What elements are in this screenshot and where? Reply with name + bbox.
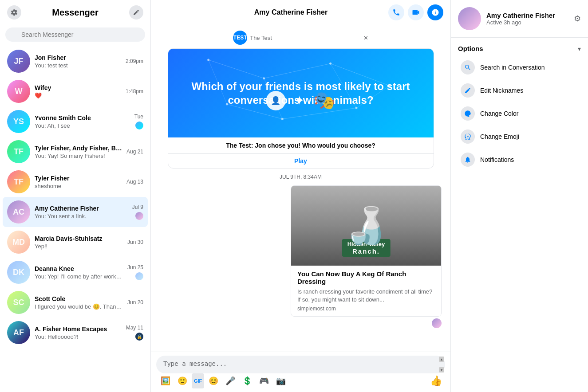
chat-messages: TEST The Test ✕ — [151, 25, 450, 352]
conv-name: Yvonne Smith Cole — [35, 114, 130, 122]
conv-info: A. Fisher Home Escapes You: Hellooooo?! — [35, 325, 122, 340]
rp-search-option[interactable]: Search in Conversation — [454, 56, 585, 79]
conv-time: Jun 25 — [127, 264, 143, 270]
conv-item-amy[interactable]: AC Amy Catherine Fisher You: You sent a … — [3, 197, 148, 227]
search-input[interactable] — [5, 27, 145, 42]
gif-button[interactable]: GIF — [192, 373, 204, 388]
camera-button[interactable]: 📷 — [273, 373, 288, 388]
rp-section-title: Options — [458, 45, 483, 52]
conv-item-yvonne[interactable]: YS Yvonne Smith Cole You: Ah, I see Tue — [3, 106, 148, 137]
like-send-button[interactable]: 👍 — [428, 373, 443, 388]
conv-preview: ❤️ — [35, 92, 121, 99]
conv-name: Tyler Fisher — [35, 175, 122, 182]
conv-avatar: JF — [7, 50, 30, 73]
conv-avatar: W — [7, 80, 30, 103]
link-card[interactable]: 🍶 Hidden ValleyRanch. You Can Now Buy A … — [291, 185, 442, 317]
rp-nicknames-label: Edit Nicknames — [480, 87, 523, 94]
conv-item-tyler[interactable]: TF Tyler Fisher sheshome Aug 13 — [3, 167, 148, 197]
svg-point-9 — [207, 59, 209, 61]
emoji-button[interactable]: 😊 — [206, 373, 221, 388]
sender-avatar-thumb — [432, 318, 442, 328]
conv-info: Scott Cole I figured you would be 😊. Tha… — [35, 295, 123, 310]
conv-info: Amy Catherine Fisher You: You sent a lin… — [35, 205, 128, 220]
rp-gear-button[interactable]: ⚙ — [574, 14, 581, 24]
conv-time: Aug 13 — [126, 179, 143, 185]
call-button[interactable] — [388, 4, 404, 20]
test-card[interactable]: Which of your friends is most likely to … — [168, 48, 434, 169]
conv-item-deanna[interactable]: DK Deanna Knee You: Yep! I'll come by af… — [3, 257, 148, 287]
conv-meta: 2:09pm — [126, 58, 143, 64]
test-card-bubble: Which of your friends is most likely to … — [168, 48, 434, 169]
mic-button[interactable]: 🎤 — [223, 373, 238, 388]
link-card-body: You Can Now Buy A Keg Of Ranch Dressing … — [291, 266, 441, 316]
test-sender-name: The Test — [250, 35, 272, 41]
chat-main: Amy Catherine Fisher TEST The Test ✕ — [151, 0, 450, 392]
search-option-icon — [461, 60, 475, 74]
conv-meta: Jun 30 — [127, 239, 143, 245]
compose-button[interactable] — [129, 5, 143, 20]
sticker-button[interactable]: 🙂 — [175, 373, 190, 388]
conv-item-tyler-group[interactable]: TF Tyler Fisher, Andy Fisher, Be... You:… — [3, 137, 148, 167]
test-card-footer: The Test: Jon chose you! Who would you c… — [168, 137, 434, 154]
conv-item-scott[interactable]: SC Scott Cole I figured you would be 😊. … — [3, 287, 148, 318]
conv-avatar: AF — [7, 321, 30, 344]
test-card-play-button[interactable]: Play — [168, 154, 434, 168]
payment-button[interactable]: 💲 — [240, 373, 255, 388]
rp-emoji-option[interactable]: Change Emoji — [454, 125, 585, 148]
rp-info: Amy Catherine Fisher Active 3h ago — [486, 12, 568, 26]
conv-item-jon[interactable]: JF Jon Fisher You: test test 2:09pm — [3, 46, 148, 76]
toolbar-icons: 🖼️ 🙂 GIF 😊 🎤 💲 🎮 📷 — [158, 373, 288, 388]
test-avatar: TEST — [233, 31, 247, 45]
link-card-desc: Is ranch dressing your favorite condimen… — [297, 288, 435, 304]
rp-status: Active 3h ago — [486, 19, 568, 26]
video-button[interactable] — [408, 4, 424, 20]
conv-info: Tyler Fisher, Andy Fisher, Be... You: Ya… — [35, 145, 122, 159]
conv-info: Jon Fisher You: test test — [35, 54, 121, 69]
rp-options: Options ▾ Search in Conversation Edit Ni… — [451, 38, 588, 175]
conv-preview: Yep!! — [35, 243, 123, 250]
rp-color-label: Change Color — [480, 110, 518, 117]
conv-preview: You: Ah, I see — [35, 122, 130, 129]
conv-item-marcia[interactable]: MD Marcia Davis-Stuhlsatz Yep!! Jun 30 — [3, 227, 148, 257]
rp-search-label: Search in Conversation — [480, 64, 545, 71]
test-card-image: Which of your friends is most likely to … — [168, 49, 434, 137]
conv-badge: 🔒 — [135, 333, 143, 341]
rp-color-option[interactable]: Change Color — [454, 102, 585, 125]
settings-button[interactable] — [7, 5, 21, 20]
conv-preview: I figured you would be 😊. Thanks! — [35, 303, 123, 310]
conv-meta: Aug 13 — [126, 179, 143, 185]
conv-preview: You: Yep! I'll come by after work, wh... — [35, 273, 123, 280]
options-chevron-icon: ▾ — [578, 45, 581, 52]
test-label: TEST The Test ✕ — [233, 31, 368, 45]
game-button[interactable]: 🎮 — [257, 373, 272, 388]
conv-preview: You: You sent a link. — [35, 213, 128, 220]
conv-name: Jon Fisher — [35, 54, 121, 61]
conv-info: Yvonne Smith Cole You: Ah, I see — [35, 114, 130, 129]
conv-meta: Jun 20 — [127, 299, 143, 306]
info-button[interactable] — [427, 4, 443, 20]
rp-nicknames-option[interactable]: Edit Nicknames — [454, 79, 585, 102]
emoji-option-icon — [461, 129, 475, 144]
conv-preview: sheshome — [35, 183, 122, 189]
conv-meta: 1:48pm — [126, 88, 143, 94]
test-label-row: TEST The Test ✕ — [160, 31, 442, 45]
search-bar: 🔍 — [0, 25, 150, 46]
conversation-list: JF Jon Fisher You: test test 2:09pm W Wi… — [0, 46, 150, 392]
conv-item-wifey[interactable]: W Wifey ❤️ 1:48pm — [3, 76, 148, 106]
test-dismiss-btn[interactable]: ✕ — [363, 35, 368, 41]
conv-name: Amy Catherine Fisher — [35, 205, 128, 212]
scroll-up-btn[interactable]: ▲ — [439, 357, 444, 362]
scroll-down-btn[interactable]: ▼ — [439, 367, 444, 372]
notifications-option-icon — [461, 153, 475, 167]
rp-notifications-option[interactable]: Notifications — [454, 148, 585, 171]
rp-section-header[interactable]: Options ▾ — [451, 41, 588, 56]
rp-profile: Amy Catherine Fisher Active 3h ago ⚙ — [451, 7, 588, 38]
image-button[interactable]: 🖼️ — [158, 373, 173, 388]
conv-time: 1:48pm — [126, 88, 143, 94]
link-card-title: You Can Now Buy A Keg Of Ranch Dressing — [297, 270, 435, 285]
conv-name: Deanna Knee — [35, 265, 123, 272]
message-input[interactable] — [156, 356, 445, 373]
chat-header: Amy Catherine Fisher — [151, 0, 450, 25]
chat-header-title: Amy Catherine Fisher — [254, 8, 328, 16]
conv-item-fisher[interactable]: AF A. Fisher Home Escapes You: Hellooooo… — [3, 318, 148, 348]
